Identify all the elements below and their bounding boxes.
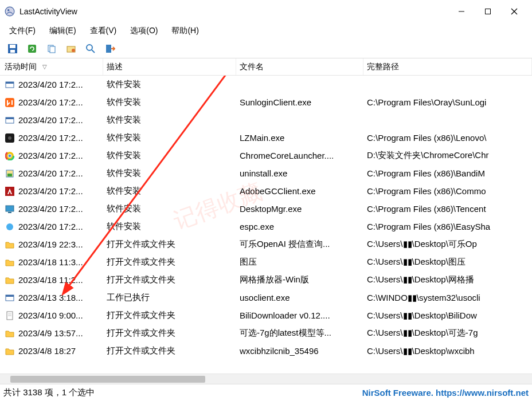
table-row[interactable]: 2023/4/18 11:2...打开文件或文件夹网格播放器-Win版C:\Us… [0,271,532,289]
row-icon [5,151,15,161]
column-path-label: 完整路径 [367,62,399,72]
row-icon [5,239,15,250]
svg-rect-22 [6,117,14,119]
row-path: C:\Users\▮▮\Desktop\可选-7g [363,328,532,339]
table-row[interactable]: 2023/4/20 17:2...软件安装LZMain.exeC:\Progra… [0,129,532,147]
column-path[interactable]: 完整路径 [363,58,532,75]
row-time: 2023/4/20 17:2... [18,186,83,196]
row-desc: 软件安装 [103,115,236,125]
refresh-icon[interactable] [25,42,39,55]
svg-rect-34 [8,212,11,213]
menu-options[interactable]: 选项(O) [126,25,162,37]
window-title: LastActivityView [19,7,448,16]
properties-icon[interactable] [64,42,78,55]
svg-point-35 [6,223,13,230]
find-icon[interactable] [84,42,97,55]
row-time: 2023/4/20 17:2... [18,151,83,160]
copy-icon[interactable] [45,42,58,55]
table-row[interactable]: 2023/4/18 11:3...打开文件或文件夹图压C:\Users\▮▮\D… [0,253,532,271]
status-count: 共计 3138 项，1 个选中 [3,387,362,398]
close-button[interactable] [501,0,527,23]
column-file-label: 文件名 [240,62,264,72]
row-file: BiliDownloader v0.12.... [236,310,363,320]
table-row[interactable]: 2023/4/19 22:3...打开文件或文件夹可乐OpenAI 授信查询..… [0,235,532,253]
sort-desc-icon: ▽ [42,64,47,70]
row-file: wxcibhzilcnib_35496 [236,346,363,356]
svg-rect-7 [10,45,15,48]
svg-point-14 [87,45,92,50]
svg-rect-11 [50,46,55,53]
list-view[interactable]: 记得收藏 2023/4/20 17:2...软件安装2023/4/20 17:2… [0,76,532,374]
column-file[interactable]: 文件名 [236,58,363,75]
menu-help[interactable]: 帮助(H) [167,25,203,37]
row-icon [5,97,15,108]
app-icon [5,6,15,17]
save-icon[interactable] [6,42,19,55]
row-file: 图压 [236,257,363,268]
row-time: 2023/4/20 17:2... [18,168,83,178]
table-row[interactable]: 2023/4/20 17:2...软件安装SunloginClient.exeC… [0,93,532,111]
row-icon [5,275,15,285]
column-desc[interactable]: 描述 [103,58,236,75]
row-icon [5,346,15,356]
table-row[interactable]: 2023/4/20 17:2...软件安装ChromeCoreLauncher.… [0,147,532,164]
exit-icon[interactable] [103,42,117,55]
menu-edit[interactable]: 编辑(E) [45,25,81,37]
table-row[interactable]: 2023/4/20 17:2...软件安装 [0,111,532,129]
table-row[interactable]: 2023/4/20 17:2...软件安装espc.exeC:\Program … [0,218,532,235]
row-file: uninstall.exe [236,168,363,178]
row-desc: 打开文件或文件夹 [103,274,236,285]
row-desc: 打开文件或文件夹 [103,239,236,250]
table-row[interactable]: 2023/4/8 18:27打开文件或文件夹wxcibhzilcnib_3549… [0,342,532,360]
row-path: C:\Program Files (x86)\EasySha [363,222,532,231]
row-desc: 软件安装 [103,168,236,179]
row-path: D:\安装文件夹\ChromeCore\Chr [363,150,532,161]
svg-point-1 [7,9,9,11]
row-path: C:\Program Files (x86)\Tencent [363,204,532,214]
toolbar [0,39,532,58]
row-desc: 打开文件或文件夹 [103,345,236,356]
row-time: 2023/4/8 18:27 [18,346,76,356]
svg-rect-8 [10,50,15,53]
menubar: 文件(F) 编辑(E) 查看(V) 选项(O) 帮助(H) [0,23,532,39]
row-desc: 打开文件或文件夹 [103,328,236,339]
row-file: DesktopMgr.exe [236,204,363,214]
minimize-button[interactable] [448,0,475,23]
table-row[interactable]: 2023/4/20 17:2...软件安装uninstall.exeC:\Pro… [0,164,532,182]
row-desc: 软件安装 [103,203,236,214]
row-desc: 打开文件或文件夹 [103,310,236,321]
row-icon [5,80,15,90]
titlebar: LastActivityView [0,0,532,23]
svg-rect-9 [28,45,36,53]
row-path: C:\WINDO▮▮\system32\usocli [363,293,532,303]
menu-file[interactable]: 文件(F) [5,25,40,37]
row-desc: 软件安装 [103,150,236,161]
table-row[interactable]: 2023/4/9 13:57...打开文件或文件夹可选-7g的latest模型等… [0,324,532,342]
row-icon [5,310,15,321]
svg-rect-33 [6,206,14,211]
svg-point-24 [8,136,11,140]
row-path: C:\Users\▮▮\Desktop\网格播 [363,274,532,285]
row-desc: 软件安装 [103,97,236,108]
column-time[interactable]: 活动时间 ▽ [0,58,103,75]
scrollbar-thumb[interactable] [10,376,205,383]
row-time: 2023/4/20 17:2... [18,80,83,89]
table-row[interactable]: 2023/4/20 17:2...软件安装AdobeGCClient.exeC:… [0,182,532,200]
table-row[interactable]: 2023/4/20 17:2...软件安装 [0,76,532,93]
row-file: 可乐OpenAI 授信查询... [236,239,363,250]
row-path: C:\Users\▮▮\Desktop\可乐Op [363,239,532,250]
row-file: LZMain.exe [236,133,363,143]
row-icon [5,328,15,339]
maximize-button[interactable] [475,0,501,23]
table-row[interactable]: 2023/4/13 3:18...工作已执行usoclient.exeC:\WI… [0,289,532,306]
row-time: 2023/4/10 9:00... [18,310,83,320]
row-time: 2023/4/20 17:2... [18,115,83,125]
svg-rect-3 [486,9,491,14]
row-desc: 软件安装 [103,186,236,196]
row-file: usoclient.exe [236,293,363,302]
horizontal-scrollbar[interactable] [0,374,532,384]
table-row[interactable]: 2023/4/10 9:00...打开文件或文件夹BiliDownloader … [0,306,532,324]
row-desc: 软件安装 [103,79,236,90]
menu-view[interactable]: 查看(V) [85,25,122,37]
table-row[interactable]: 2023/4/20 17:2...软件安装DesktopMgr.exeC:\Pr… [0,200,532,218]
